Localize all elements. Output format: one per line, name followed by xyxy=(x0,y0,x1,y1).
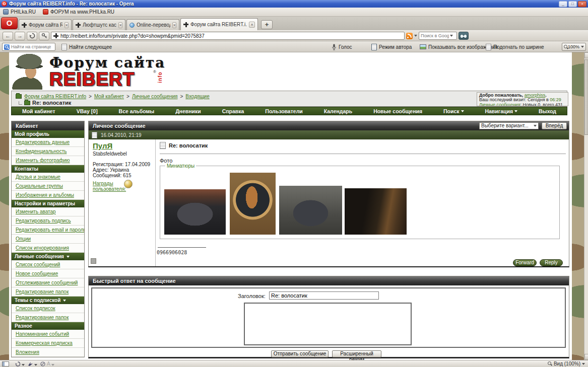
go-button[interactable]: Вперёд xyxy=(542,122,567,129)
sidebar-item-images-albums[interactable]: Изображения и альбомы xyxy=(12,191,84,200)
subject-input[interactable] xyxy=(269,291,379,300)
sidebar-item-ignore-list[interactable]: Список игнорирования xyxy=(12,244,84,253)
tab-4-active[interactable]: Форум сайта REIBERT.i... × xyxy=(180,18,258,30)
blocked-content-icon[interactable] xyxy=(40,361,46,366)
send-message-button[interactable]: Отправить сообщение xyxy=(271,350,329,357)
tab-2[interactable]: Люфтшутс каска - Фор... × xyxy=(73,19,125,30)
nav-calendar[interactable]: Календарь xyxy=(324,108,352,114)
search-engine-dropdown-icon[interactable] xyxy=(450,35,453,37)
breadcrumb-link-cabinet[interactable]: Мой кабинет xyxy=(94,94,124,99)
message-action-select[interactable]: Выберите вариант... xyxy=(479,122,539,129)
sidebar-item-event-reminders[interactable]: Напоминание событий xyxy=(12,330,84,339)
forward-button[interactable]: Forward xyxy=(513,259,537,266)
bookmark-philka-forum[interactable]: ФОРУМ на www.PHILka.RU xyxy=(43,9,114,15)
vertical-scrollbar[interactable] xyxy=(584,52,588,360)
nav-navigation[interactable]: Навигация xyxy=(485,108,517,114)
nav-users[interactable]: Пользователи xyxy=(265,108,302,114)
find-input[interactable] xyxy=(11,44,51,49)
address-field[interactable] xyxy=(51,32,405,40)
panel-toggle-icon[interactable] xyxy=(2,361,9,366)
opera-menu-button[interactable]: O xyxy=(1,17,18,29)
advanced-mode-button[interactable]: Расширенный режим xyxy=(332,350,381,357)
nav-blogs[interactable]: Дневники xyxy=(175,108,201,114)
nav-my-cabinet[interactable]: Мой кабинет xyxy=(22,108,55,114)
reload-button[interactable] xyxy=(27,32,37,40)
scroll-up-arrow[interactable] xyxy=(584,52,588,58)
scroll-down-arrow[interactable] xyxy=(584,354,588,360)
chevron-down-icon[interactable] xyxy=(34,364,37,366)
sidebar-item-paid-subscription[interactable]: Коммерческая подписка xyxy=(12,339,84,348)
restore-button[interactable]: □ xyxy=(568,1,577,7)
thumbnail-helmet-side-image[interactable] xyxy=(164,189,226,235)
voice-button[interactable]: Голос xyxy=(332,43,352,51)
scrollbar-thumb[interactable] xyxy=(584,59,588,135)
sidebar-item-message-list[interactable]: Список сообщений xyxy=(12,260,84,269)
minimize-button[interactable]: _ xyxy=(559,1,567,7)
author-awards-link[interactable]: Награды пользователя: xyxy=(93,181,126,192)
binoculars-search-button[interactable] xyxy=(459,32,469,40)
fit-width-button[interactable]: Подогнать по ширине xyxy=(486,43,544,51)
nav-vbay[interactable]: VBay [0] xyxy=(77,108,98,114)
breadcrumb-link-forum[interactable]: Форум сайта REIBERT.info xyxy=(24,94,86,99)
sidebar-item-attachments[interactable]: Вложения xyxy=(12,348,84,357)
breadcrumb-link-pm[interactable]: Личные сообщения xyxy=(132,94,178,99)
nav-help[interactable]: Справка xyxy=(222,108,244,114)
author-mode-button[interactable]: Режим автора xyxy=(371,43,424,51)
chevron-down-icon[interactable] xyxy=(581,46,584,48)
nav-new-messages[interactable]: Новые сообщения xyxy=(373,108,422,114)
sidebar-item-change-avatar[interactable]: Изменить аватар xyxy=(12,207,84,216)
back-button[interactable]: ← xyxy=(3,32,13,40)
sidebar-item-edit-folders[interactable]: Редактирование папок xyxy=(12,287,84,297)
thumbnail-helmet-front-image[interactable] xyxy=(279,186,342,235)
sidebar-item-friends[interactable]: Друзья и знакомые xyxy=(12,173,84,182)
tab-3[interactable]: Online-переводчик: тек... × xyxy=(126,19,179,30)
tab-close-icon[interactable]: × xyxy=(249,22,255,28)
new-tab-button[interactable]: + xyxy=(261,20,273,29)
sidebar-section-private-messages[interactable]: Личные сообщения xyxy=(12,253,84,260)
nav-search[interactable]: Поиск xyxy=(443,108,464,114)
search-input[interactable] xyxy=(421,33,449,38)
turbo-icon[interactable] xyxy=(28,361,33,366)
author-name-link[interactable]: ПулЯ xyxy=(93,141,112,150)
sidebar-item-edit-data[interactable]: Редактировать данные xyxy=(12,138,84,147)
chevron-down-icon[interactable] xyxy=(51,364,54,366)
bookmark-philka[interactable]: PHILka.RU xyxy=(3,9,36,15)
find-on-page-field[interactable] xyxy=(2,43,55,51)
zoom-control[interactable]: 100% xyxy=(562,43,586,51)
chevron-down-icon[interactable] xyxy=(22,364,25,366)
breadcrumb-link-inbox[interactable]: Входящие xyxy=(185,94,209,99)
chevron-down-icon[interactable] xyxy=(582,363,585,365)
collapse-post-button[interactable] xyxy=(91,258,96,264)
url-input[interactable] xyxy=(60,33,402,39)
sidebar-section-subscribed[interactable]: Темы с подпиской xyxy=(12,297,84,304)
sidebar-item-message-tracking[interactable]: Отслеживание сообщений xyxy=(12,278,84,287)
sidebar-item-edit-folders-2[interactable]: Редактирование папок xyxy=(12,313,84,322)
tab-close-icon[interactable]: × xyxy=(172,22,176,28)
sidebar-item-options[interactable]: Опции xyxy=(12,235,84,244)
rss-icon[interactable] xyxy=(406,33,413,39)
sidebar-item-social-groups[interactable]: Социальные группы xyxy=(12,182,84,191)
sidebar-item-edit-signature[interactable]: Редактировать подпись xyxy=(12,216,84,226)
google-search-field[interactable] xyxy=(419,32,457,40)
close-button[interactable]: × xyxy=(578,1,586,7)
sidebar-item-subscription-list[interactable]: Список подписок xyxy=(12,304,84,313)
tab-1[interactable]: Форум сайта REIBERT.i... × xyxy=(19,19,72,30)
rss-dropdown-icon[interactable] xyxy=(414,35,417,37)
thumbnail-emblem-image[interactable] xyxy=(230,173,276,235)
nav-albums[interactable]: Все альбомы xyxy=(119,108,155,114)
forward-button[interactable]: → xyxy=(15,32,25,40)
sync-icon[interactable] xyxy=(15,361,21,366)
tab-close-icon[interactable]: × xyxy=(64,22,69,28)
sidebar-item-new-message[interactable]: Новое сообщение xyxy=(12,269,84,278)
sidebar-item-change-photo[interactable]: Изменить фотографию xyxy=(12,156,84,165)
sidebar-item-edit-email[interactable]: Редактировать email и пароль xyxy=(12,226,84,235)
tab-close-icon[interactable]: × xyxy=(118,22,122,28)
password-wand-button[interactable] xyxy=(39,32,49,40)
view-zoom-control[interactable]: Вид (100%) xyxy=(548,361,585,366)
private-messages-link[interactable]: Личные сообщения xyxy=(479,102,520,106)
nav-logout[interactable]: Выход xyxy=(539,108,556,114)
sidebar-item-privacy[interactable]: Конфиденциальность xyxy=(12,147,84,156)
reply-button[interactable]: Reply xyxy=(540,259,563,266)
thumbnail-helmet-interior-image[interactable] xyxy=(345,188,407,235)
reply-textarea[interactable] xyxy=(244,303,412,345)
